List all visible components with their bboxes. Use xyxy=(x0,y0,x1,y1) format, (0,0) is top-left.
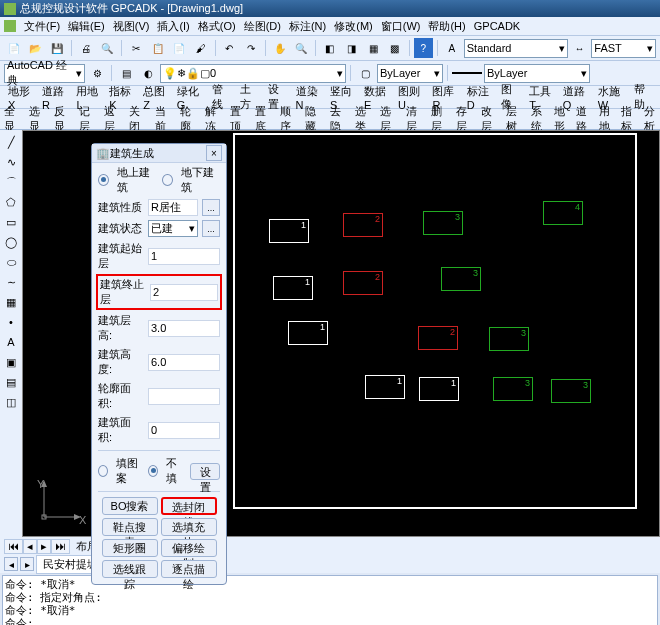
menu-insert[interactable]: 插入(I) xyxy=(157,19,189,34)
line-icon[interactable]: ╱ xyxy=(3,134,19,150)
pan-icon[interactable]: ✋ xyxy=(270,38,290,58)
nav-next-icon[interactable]: ▸ xyxy=(37,539,51,554)
select-hatch-button[interactable]: 选填充块 xyxy=(161,518,217,536)
doc-prev-icon[interactable]: ◂ xyxy=(4,557,18,571)
trace-line-button[interactable]: 选线跟踪 xyxy=(102,560,158,578)
end-floor-field[interactable]: 2 xyxy=(150,284,218,301)
menu-modify[interactable]: 修改(M) xyxy=(334,19,373,34)
paste-icon[interactable]: 📄 xyxy=(169,38,189,58)
building-area-field[interactable]: 0 xyxy=(148,422,220,439)
color-icon[interactable]: ▢ xyxy=(355,63,375,83)
text-style-icon[interactable]: A xyxy=(442,38,462,58)
text-icon[interactable]: A xyxy=(3,334,19,350)
fast-combo[interactable]: FAST▾ xyxy=(591,39,656,58)
table-icon[interactable]: ▤ xyxy=(3,374,19,390)
unit-box[interactable]: 3 xyxy=(493,377,533,401)
ellipsis-button[interactable]: ... xyxy=(202,199,220,216)
ellipsis-button[interactable]: ... xyxy=(202,220,220,237)
status-combo[interactable]: 已建▾ xyxy=(148,220,198,237)
arc-icon[interactable]: ⌒ xyxy=(3,174,19,190)
point-trace-button[interactable]: 逐点描绘 xyxy=(161,560,217,578)
radio-above[interactable] xyxy=(98,174,109,186)
radio-nofill[interactable] xyxy=(148,465,158,477)
nav-prev-icon[interactable]: ◂ xyxy=(23,539,37,554)
unit-box[interactable]: 1 xyxy=(273,276,313,300)
open-icon[interactable]: 📂 xyxy=(26,38,46,58)
print-icon[interactable]: 🖨 xyxy=(76,38,96,58)
rect-pick-button[interactable]: 矩形圈 xyxy=(102,539,158,557)
match-icon[interactable]: 🖌 xyxy=(191,38,211,58)
tool-c-icon[interactable]: ▦ xyxy=(363,38,383,58)
tool-d-icon[interactable]: ▩ xyxy=(385,38,405,58)
tool-a-icon[interactable]: ◧ xyxy=(320,38,340,58)
unit-box[interactable]: 3 xyxy=(423,211,463,235)
help-icon[interactable]: ? xyxy=(414,38,434,58)
point-icon[interactable]: • xyxy=(3,314,19,330)
hatch-icon[interactable]: ▦ xyxy=(3,294,19,310)
layer-props-icon[interactable]: ▤ xyxy=(116,63,136,83)
unit-box[interactable]: 3 xyxy=(441,267,481,291)
preview-icon[interactable]: 🔍 xyxy=(97,38,117,58)
select-closed-line-button[interactable]: 选封闭线 xyxy=(161,497,217,515)
style-combo[interactable]: Standard▾ xyxy=(464,39,568,58)
nature-field[interactable]: R居住 xyxy=(148,199,198,216)
new-icon[interactable]: 📄 xyxy=(4,38,24,58)
gear-icon[interactable]: ⚙ xyxy=(87,63,107,83)
menu-gpcadk[interactable]: GPCADK xyxy=(474,20,520,32)
cmd-line: 命令: 指定对角点: xyxy=(5,591,655,604)
layer-prev-icon[interactable]: ◐ xyxy=(138,63,158,83)
redo-icon[interactable]: ↷ xyxy=(241,38,261,58)
unit-box[interactable]: 1 xyxy=(365,375,405,399)
undo-icon[interactable]: ↶ xyxy=(220,38,240,58)
menu-draw[interactable]: 绘图(D) xyxy=(244,19,281,34)
menu-view[interactable]: 视图(V) xyxy=(113,19,150,34)
point-search-button[interactable]: 鞋点搜索 xyxy=(102,518,158,536)
start-floor-field[interactable]: 1 xyxy=(148,248,220,265)
rect-icon[interactable]: ▭ xyxy=(3,214,19,230)
dialog-title-bar[interactable]: 🏢 建筑生成 × xyxy=(92,144,226,163)
layer-color-combo[interactable]: ByLayer▾ xyxy=(377,64,443,83)
tool-b-icon[interactable]: ◨ xyxy=(342,38,362,58)
outline-area-field[interactable] xyxy=(148,388,220,405)
menu-edit[interactable]: 编辑(E) xyxy=(68,19,105,34)
radio-below[interactable] xyxy=(162,174,173,186)
unit-box[interactable]: 3 xyxy=(489,327,529,351)
save-icon[interactable]: 💾 xyxy=(47,38,67,58)
region-icon[interactable]: ◫ xyxy=(3,394,19,410)
unit-box[interactable]: 2 xyxy=(418,326,458,350)
ellipse-icon[interactable]: ⬭ xyxy=(3,254,19,270)
spline-icon[interactable]: ∼ xyxy=(3,274,19,290)
workspace-combo[interactable]: AutoCAD 经典▾ xyxy=(4,64,85,83)
bo-search-button[interactable]: BO搜索 xyxy=(102,497,158,515)
dim-style-icon[interactable]: ↔ xyxy=(570,38,590,58)
menu-window[interactable]: 窗口(W) xyxy=(381,19,421,34)
building-height-field[interactable]: 6.0 xyxy=(148,354,220,371)
settings-button[interactable]: 设置 xyxy=(190,463,220,480)
menu-help[interactable]: 帮助(H) xyxy=(428,19,465,34)
copy-icon[interactable]: 📋 xyxy=(148,38,168,58)
menu-file[interactable]: 文件(F) xyxy=(24,19,60,34)
pline-icon[interactable]: ∿ xyxy=(3,154,19,170)
offset-draw-button[interactable]: 偏移绘制 xyxy=(161,539,217,557)
cut-icon[interactable]: ✂ xyxy=(126,38,146,58)
zoom-icon[interactable]: 🔍 xyxy=(291,38,311,58)
block-icon[interactable]: ▣ xyxy=(3,354,19,370)
circle-icon[interactable]: ◯ xyxy=(3,234,19,250)
drawing-canvas[interactable]: Y X 1 2 3 4 1 2 3 1 2 3 1 1 3 3 🏢 建筑生成 × xyxy=(22,130,660,537)
unit-box[interactable]: 1 xyxy=(288,321,328,345)
menu-format[interactable]: 格式(O) xyxy=(198,19,236,34)
unit-box[interactable]: 4 xyxy=(543,201,583,225)
unit-box[interactable]: 3 xyxy=(551,379,591,403)
unit-box[interactable]: 2 xyxy=(343,213,383,237)
nav-first-icon[interactable]: ⏮ xyxy=(4,539,23,554)
unit-box[interactable]: 2 xyxy=(343,271,383,295)
radio-fill[interactable] xyxy=(98,465,108,477)
polygon-icon[interactable]: ⬠ xyxy=(3,194,19,210)
doc-next-icon[interactable]: ▸ xyxy=(20,557,34,571)
nav-last-icon[interactable]: ⏭ xyxy=(51,539,70,554)
unit-box[interactable]: 1 xyxy=(419,377,459,401)
close-icon[interactable]: × xyxy=(206,145,222,161)
menu-dim[interactable]: 标注(N) xyxy=(289,19,326,34)
unit-box[interactable]: 1 xyxy=(269,219,309,243)
floor-height-field[interactable]: 3.0 xyxy=(148,320,220,337)
